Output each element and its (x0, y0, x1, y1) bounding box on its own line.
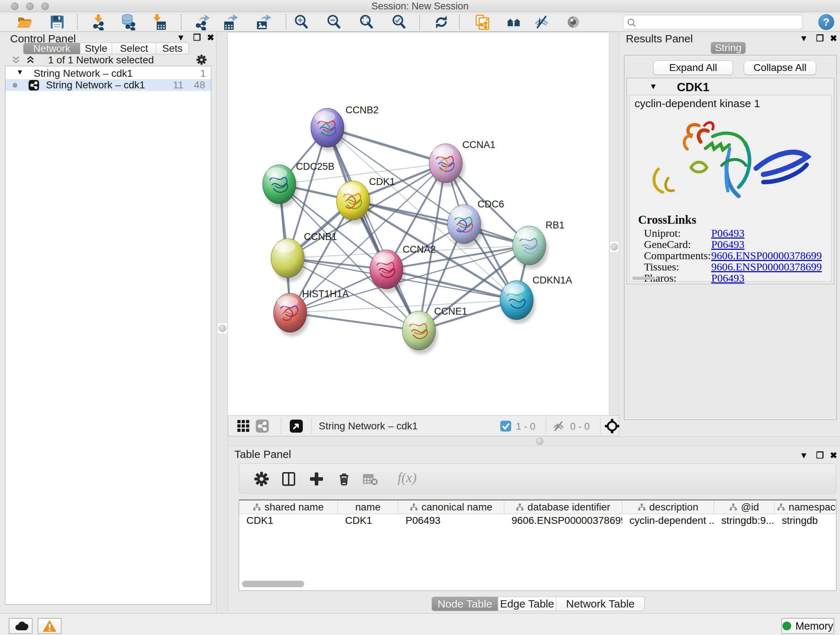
collapse-all-button[interactable]: Collapse All (744, 60, 816, 75)
node-label: CCNE1 (434, 306, 467, 317)
table-cell[interactable]: cyclin-dependent ... (622, 514, 714, 527)
edge-count: 48 (194, 79, 205, 91)
tab-string[interactable]: String (711, 42, 745, 54)
column-header[interactable]: name (338, 500, 398, 514)
node-label: HIST1H1A (302, 288, 349, 299)
node-table: shared namenamecanonical namedatabase id… (239, 500, 836, 591)
column-header[interactable]: canonical name (398, 500, 504, 514)
table-splitter[interactable] (228, 436, 840, 446)
table-options-gear-icon[interactable] (254, 471, 270, 487)
close-panel-icon[interactable]: ✖ (207, 33, 214, 43)
hidden-eye-slash-icon (552, 420, 565, 432)
protein-description: cyclin-dependent kinase 1 (635, 97, 760, 110)
node-label: CCNA1 (462, 139, 496, 150)
close-panel-icon[interactable]: ✖ (830, 33, 837, 43)
birdseye-toggle-crosshair-icon[interactable] (605, 418, 620, 434)
search-input[interactable] (639, 16, 798, 28)
zoom-fit-icon[interactable] (358, 14, 375, 30)
tab-network[interactable]: Network (23, 43, 80, 54)
tab-node-table[interactable]: Node Table (431, 597, 498, 611)
refresh-icon[interactable] (433, 14, 450, 30)
eye-slash-icon[interactable] (533, 14, 550, 30)
panel-menu-icon[interactable]: ▼ (799, 450, 808, 461)
export-network-icon[interactable] (194, 14, 210, 30)
right-splitter-handle[interactable] (611, 243, 618, 250)
table-header-row: shared namenamecanonical namedatabase id… (239, 500, 836, 514)
card-scrollbar[interactable] (632, 277, 655, 280)
panel-menu-icon[interactable]: ▼ (177, 33, 185, 43)
network-row-selected[interactable]: String Network – cdk1 11 48 (5, 79, 211, 91)
column-header[interactable]: @id (714, 500, 775, 514)
left-splitter-handle[interactable] (219, 325, 226, 332)
tab-style[interactable]: Style (80, 43, 112, 54)
float-panel-icon[interactable]: ❒ (816, 33, 824, 43)
column-header[interactable]: description (622, 500, 714, 514)
network-collection-row[interactable]: ▼ String Network – cdk1 1 (5, 68, 211, 79)
crosslink-label: Uniprot: (644, 227, 681, 239)
memory-button[interactable]: Memory (782, 618, 834, 634)
open-session-icon[interactable] (16, 14, 33, 30)
open-view-icon[interactable] (290, 420, 303, 432)
close-panel-icon[interactable]: ✖ (830, 450, 837, 461)
status-bar: Memory (0, 613, 840, 635)
column-header[interactable]: namespace (775, 500, 836, 514)
expand-all-button[interactable]: Expand All (653, 60, 733, 75)
add-column-icon[interactable] (309, 471, 325, 487)
zoom-out-icon[interactable] (325, 14, 342, 30)
double-house-icon[interactable] (505, 14, 522, 30)
network-view-canvas[interactable]: CCNB2CCNA1CDC25BCDK1CDC6RB1CCNB1CCNA2CDK… (228, 32, 609, 415)
delete-column-trash-icon[interactable] (336, 471, 352, 487)
column-header[interactable]: shared name (239, 500, 338, 514)
network-graph[interactable]: CCNB2CCNA1CDC25BCDK1CDC6RB1CCNB1CCNA2CDK… (228, 32, 609, 416)
tab-network-table[interactable]: Network Table (556, 597, 645, 611)
table-cell[interactable]: CDK1 (338, 514, 398, 527)
zoom-selected-icon[interactable] (391, 14, 407, 30)
toolbar-search (623, 15, 802, 29)
tab-select[interactable]: Select (112, 43, 156, 54)
crosslink-link[interactable]: 9606.ENSP00000378699 (711, 261, 822, 273)
help-icon[interactable]: ? (818, 14, 834, 30)
pages-share-icon[interactable] (474, 14, 490, 30)
eye-icon[interactable] (565, 14, 582, 30)
network-tree: ▼ String Network – cdk1 1 String Network… (5, 66, 211, 605)
crosslink-link[interactable]: 9606.ENSP00000378699 (711, 249, 822, 262)
card-collapse-icon[interactable]: ▼ (649, 82, 657, 91)
column-header[interactable]: database identifier (504, 500, 622, 514)
table-horizontal-scrollbar[interactable] (242, 581, 304, 587)
zoom-in-icon[interactable] (293, 14, 309, 30)
table-cell[interactable]: 9606.ENSP00000378699 (504, 514, 622, 527)
export-table-icon[interactable] (223, 14, 239, 30)
warning-status-button[interactable] (38, 618, 62, 634)
table-row[interactable]: CDK1CDK1P064939606.ENSP00000378699cyclin… (239, 514, 836, 527)
right-splitter[interactable] (609, 32, 619, 415)
crosslink-link[interactable]: P06493 (711, 238, 745, 250)
protein-details: cyclin-dependent kinase 1 (629, 95, 832, 282)
show-columns-icon[interactable] (281, 471, 297, 487)
tree-collapse-icon[interactable]: ▼ (16, 68, 24, 76)
float-panel-icon[interactable]: ❒ (193, 33, 201, 43)
float-panel-icon[interactable]: ❒ (816, 450, 824, 461)
import-network-icon[interactable] (90, 14, 107, 30)
tab-edge-table[interactable]: Edge Table (498, 597, 556, 611)
table-cell[interactable]: CDK1 (239, 514, 338, 527)
share-network-icon[interactable] (256, 420, 269, 432)
cloud-status-button[interactable] (9, 618, 33, 634)
table-cell[interactable]: stringdb:9... (714, 514, 775, 527)
crosslink-link[interactable]: P06493 (711, 272, 745, 284)
table-cell[interactable]: stringdb (775, 514, 836, 527)
crosslink-link[interactable]: P06493 (711, 227, 745, 239)
left-splitter[interactable] (216, 32, 228, 613)
table-cell[interactable]: P06493 (398, 514, 504, 527)
export-image-icon[interactable] (255, 14, 272, 30)
tab-sets[interactable]: Sets (156, 43, 189, 54)
birdseye-grid-icon[interactable] (237, 420, 250, 432)
network-view-toolbar: String Network – cdk1 1 - 0 0 - 0 (228, 415, 619, 436)
network-options-gear-icon[interactable] (196, 54, 207, 65)
panel-menu-icon[interactable]: ▼ (799, 33, 808, 43)
import-table-icon[interactable] (150, 14, 167, 30)
selected-checkbox-icon[interactable] (500, 421, 511, 432)
selected-count: 1 - 0 (516, 421, 535, 432)
table-splitter-handle[interactable] (536, 438, 543, 445)
import-database-icon[interactable] (120, 14, 136, 30)
save-session-icon[interactable] (49, 14, 65, 30)
